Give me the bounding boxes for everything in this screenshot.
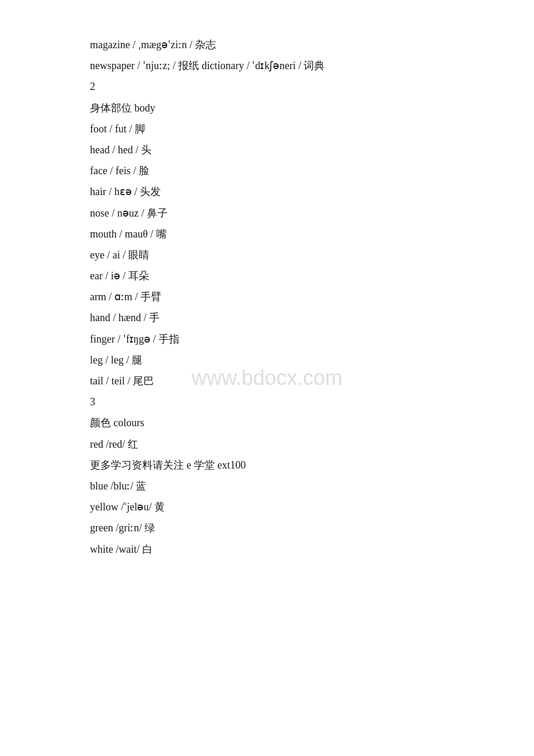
main-content: magazine / ˌmægəˈziːn / 杂志newspaper / ˈn… xyxy=(90,35,488,559)
line-leg: leg / leg / 腿 xyxy=(90,350,488,370)
line-head: head / hed / 头 xyxy=(90,140,488,160)
line-face: face / feis / 脸 xyxy=(90,161,488,181)
line-ear: ear / iə / 耳朵 xyxy=(90,266,488,286)
line-finger: finger / ˈfɪŋgə / 手指 xyxy=(90,329,488,349)
line-arm: arm / ɑːm / 手臂 xyxy=(90,287,488,307)
line-eye: eye / ai / 眼睛 xyxy=(90,245,488,265)
line-white: white /wait/ 白 xyxy=(90,539,488,559)
line-foot: foot / fut / 脚 xyxy=(90,119,488,139)
line-magazine: magazine / ˌmægəˈziːn / 杂志 xyxy=(90,35,488,55)
line-tail: tail / teil / 尾巴 xyxy=(90,371,488,391)
line-blue: blue /bluː/ 蓝 xyxy=(90,476,488,496)
line-green: green /griːn/ 绿 xyxy=(90,518,488,538)
line-3: 3 xyxy=(90,392,488,412)
line-note: 更多学习资料请关注 e 学堂 ext100 xyxy=(90,455,488,475)
line-body-heading: 身体部位 body xyxy=(90,98,488,118)
line-2: 2 xyxy=(90,77,488,96)
line-colours-heading: 颜色 colours xyxy=(90,413,488,433)
line-hand: hand / hænd / 手 xyxy=(90,308,488,327)
line-mouth: mouth / mauθ / 嘴 xyxy=(90,224,488,244)
line-nose: nose / nəuz / 鼻子 xyxy=(90,203,488,223)
line-red: red /red/ 红 xyxy=(90,434,488,454)
line-newspaper: newspaper / ˈnjuːz; / 报纸 dictionary / ˈd… xyxy=(90,56,488,75)
line-hair: hair / hɛə / 头发 xyxy=(90,182,488,201)
line-yellow: yellow /ˈjeləu/ 黄 xyxy=(90,497,488,517)
